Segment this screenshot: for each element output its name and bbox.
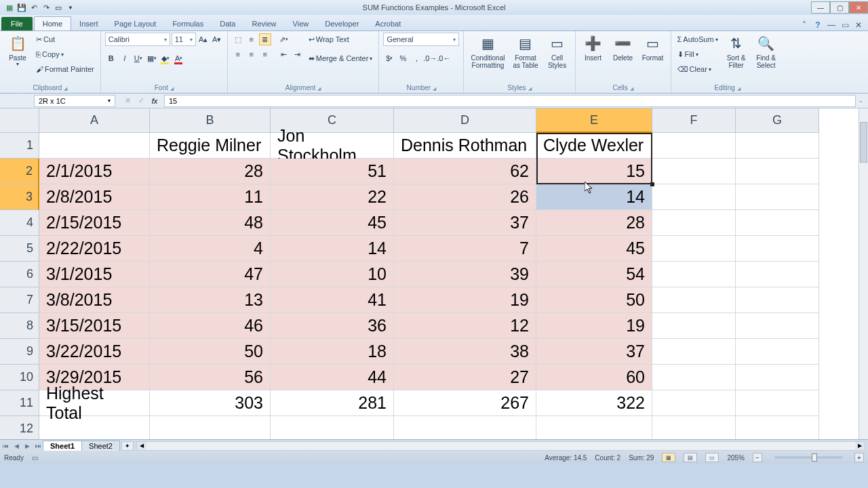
cell[interactable]: 27	[394, 365, 536, 390]
view-page-break-button[interactable]: ▭	[705, 453, 719, 462]
find-select-button[interactable]: 🔍Find & Select	[753, 33, 780, 70]
row-header-5[interactable]: 5	[0, 236, 39, 262]
window-minimize-icon[interactable]: ―	[826, 20, 837, 30]
tab-formulas[interactable]: Formulas	[164, 17, 212, 30]
row-header-4[interactable]: 4	[0, 210, 39, 236]
cell[interactable]: 4	[150, 236, 271, 262]
cell[interactable]: 267	[394, 390, 536, 416]
cell[interactable]: 14	[536, 184, 652, 210]
fill-color-button[interactable]: ◆▾	[159, 52, 172, 64]
cell[interactable]	[150, 416, 271, 439]
align-left-button[interactable]: ≡	[232, 48, 244, 60]
formula-input[interactable]: 15	[164, 95, 856, 107]
cell[interactable]	[736, 313, 819, 339]
cell[interactable]: Jon Stockholm	[271, 133, 394, 159]
cell[interactable]	[394, 416, 536, 439]
col-header-a[interactable]: A	[39, 108, 150, 133]
cell[interactable]	[271, 416, 394, 439]
tab-view[interactable]: View	[285, 17, 317, 30]
zoom-level[interactable]: 205%	[727, 454, 745, 462]
cell[interactable]: Dennis Rothman	[394, 133, 536, 159]
cell[interactable]: 26	[394, 184, 536, 210]
comma-button[interactable]: ,	[410, 52, 422, 64]
cell[interactable]	[736, 416, 819, 439]
sheet-tab-1[interactable]: Sheet1	[43, 441, 82, 451]
cell[interactable]: 60	[536, 365, 652, 390]
cell[interactable]	[736, 390, 819, 416]
copy-button[interactable]: ⎘Copy▾	[34, 47, 96, 61]
decrease-indent-button[interactable]: ⇤	[278, 48, 290, 60]
macro-record-icon[interactable]: ▭	[32, 454, 38, 462]
tab-developer[interactable]: Developer	[317, 17, 367, 30]
cell[interactable]: 62	[394, 159, 536, 184]
cell-styles-button[interactable]: ▭Cell Styles	[544, 33, 571, 70]
delete-cells-button[interactable]: ➖Delete	[610, 33, 637, 63]
row-header-2[interactable]: 2	[0, 159, 39, 184]
merge-center-button[interactable]: ⬌Merge & Center▾	[307, 52, 375, 65]
cell[interactable]	[536, 416, 652, 439]
cell[interactable]: Reggie Milner	[150, 133, 271, 159]
row-header-10[interactable]: 10	[0, 365, 39, 390]
cell[interactable]: 15	[536, 159, 652, 184]
new-sheet-button[interactable]: ✦	[121, 441, 134, 451]
font-color-button[interactable]: A▾	[173, 52, 185, 64]
cell[interactable]: 3/22/2015	[39, 339, 150, 365]
cell[interactable]: 51	[271, 159, 394, 184]
align-middle-button[interactable]: ≡	[245, 33, 258, 45]
view-normal-button[interactable]: ▦	[662, 453, 675, 462]
cell[interactable]	[652, 236, 736, 262]
conditional-formatting-button[interactable]: ▦Conditional Formatting	[468, 33, 507, 70]
cell[interactable]	[652, 365, 736, 390]
cell[interactable]	[736, 365, 819, 390]
percent-button[interactable]: %	[397, 52, 409, 64]
cell[interactable]: 3/8/2015	[39, 287, 150, 313]
cell[interactable]	[652, 210, 736, 236]
cell[interactable]: 50	[536, 287, 652, 313]
zoom-thumb[interactable]	[812, 453, 817, 462]
spreadsheet-grid[interactable]: A B C D E F G 1 2 3 4 5 6 7 8 9 10 11 12…	[0, 108, 868, 439]
font-size-dropdown[interactable]: 11▾	[172, 33, 196, 46]
sheet-nav-last[interactable]: ⏭	[33, 441, 43, 451]
decrease-decimal-button[interactable]: .0←	[437, 52, 450, 64]
cell[interactable]: 50	[150, 339, 271, 365]
row-header-6[interactable]: 6	[0, 262, 39, 287]
cell[interactable]: 56	[150, 365, 271, 390]
format-cells-button[interactable]: ▭Format	[639, 33, 667, 63]
cell[interactable]	[736, 262, 819, 287]
cell[interactable]: 303	[150, 390, 271, 416]
vscroll-thumb[interactable]	[860, 122, 867, 163]
zoom-out-button[interactable]: −	[753, 453, 762, 462]
font-name-dropdown[interactable]: Calibri▾	[105, 33, 170, 46]
cell[interactable]: 7	[394, 236, 536, 262]
cell[interactable]: 11	[150, 184, 271, 210]
cell[interactable]: 3/1/2015	[39, 262, 150, 287]
cell[interactable]: 19	[536, 313, 652, 339]
cell[interactable]	[736, 339, 819, 365]
cell[interactable]: Clyde Wexler	[536, 133, 652, 159]
cell[interactable]: 322	[536, 390, 652, 416]
cell[interactable]	[652, 287, 736, 313]
cell[interactable]	[652, 159, 736, 184]
format-painter-button[interactable]: 🖌Format Painter	[34, 62, 96, 76]
grow-font-icon[interactable]: A▴	[197, 33, 210, 45]
cells-area[interactable]: Reggie MilnerJon StockholmDennis Rothman…	[39, 133, 859, 439]
cell[interactable]	[39, 416, 150, 439]
shrink-font-icon[interactable]: A▾	[211, 33, 223, 45]
cell[interactable]: Highest Total	[39, 390, 150, 416]
zoom-slider[interactable]	[774, 456, 842, 459]
expand-formula-bar-button[interactable]: ⌄	[856, 95, 865, 107]
name-box[interactable]: 2R x 1C▾	[34, 95, 115, 107]
cell[interactable]: 28	[150, 159, 271, 184]
horizontal-scrollbar[interactable]: ◀ ▶	[136, 441, 865, 451]
insert-cells-button[interactable]: ➕Insert	[580, 33, 607, 63]
cell[interactable]	[652, 416, 736, 439]
cell[interactable]: 13	[150, 287, 271, 313]
cell[interactable]: 39	[394, 262, 536, 287]
cell[interactable]: 37	[394, 210, 536, 236]
cut-button[interactable]: ✂Cut	[34, 33, 96, 46]
row-header-8[interactable]: 8	[0, 313, 39, 339]
tab-file[interactable]: File	[1, 17, 33, 30]
vertical-scrollbar[interactable]	[859, 108, 868, 439]
cell[interactable]	[736, 210, 819, 236]
italic-button[interactable]: I	[119, 52, 131, 64]
